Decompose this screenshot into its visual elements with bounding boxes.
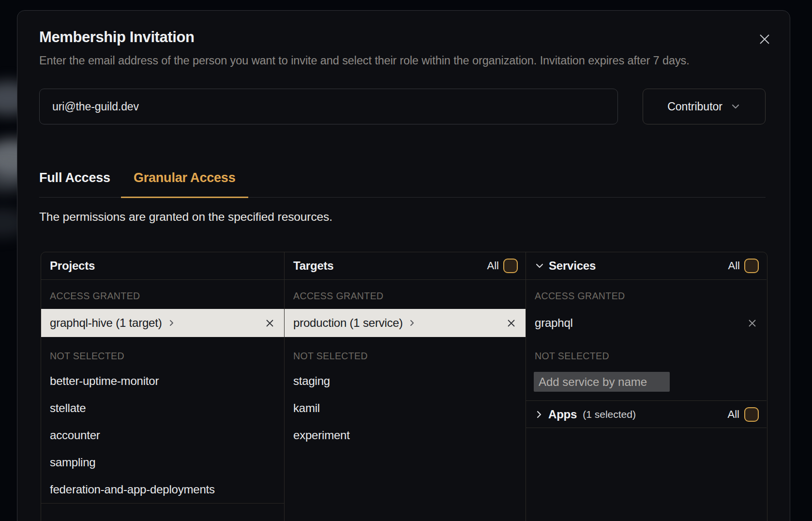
not-selected-label: NOT SELECTED bbox=[293, 351, 526, 362]
chevron-right-icon bbox=[168, 320, 175, 326]
add-service-input[interactable] bbox=[534, 372, 670, 392]
services-column: Services All ACCESS GRANTED graphql NOT … bbox=[526, 252, 767, 521]
close-button[interactable] bbox=[757, 32, 772, 46]
project-row[interactable]: stellate bbox=[41, 395, 284, 422]
tab-granular-access[interactable]: Granular Access bbox=[121, 170, 248, 198]
targets-not-selected-list: staging kamil experiment bbox=[285, 368, 526, 449]
project-row-selected[interactable]: graphql-hive (1 target) bbox=[41, 309, 284, 337]
remove-target-button[interactable] bbox=[507, 319, 516, 328]
project-row[interactable]: better-uptime-monitor bbox=[41, 368, 284, 395]
apps-all-checkbox[interactable] bbox=[744, 407, 759, 422]
remove-service-button[interactable] bbox=[748, 319, 757, 328]
targets-all-label: All bbox=[487, 260, 499, 272]
service-row-granted[interactable]: graphql bbox=[526, 309, 767, 337]
tab-full-access[interactable]: Full Access bbox=[39, 170, 110, 197]
access-granted-label: ACCESS GRANTED bbox=[293, 291, 526, 302]
apps-selected-count: (1 selected) bbox=[583, 409, 636, 420]
project-selected-name: graphql-hive (1 target) bbox=[50, 316, 162, 330]
close-icon bbox=[758, 33, 771, 46]
projects-column: Projects ACCESS GRANTED graphql-hive (1 … bbox=[41, 252, 284, 521]
chevron-right-icon bbox=[535, 410, 543, 419]
target-selected-name: production (1 service) bbox=[293, 316, 403, 330]
targets-all-checkbox[interactable] bbox=[503, 259, 518, 273]
project-row[interactable]: sampling bbox=[41, 449, 284, 476]
chevron-right-icon bbox=[408, 320, 415, 326]
not-selected-label: NOT SELECTED bbox=[535, 351, 767, 362]
services-all-checkbox[interactable] bbox=[744, 259, 759, 273]
projects-not-selected-list: better-uptime-monitor stellate accounter… bbox=[41, 368, 284, 504]
projects-title: Projects bbox=[50, 259, 95, 273]
services-all-label: All bbox=[728, 260, 740, 272]
membership-invitation-modal: Membership Invitation Enter the email ad… bbox=[17, 10, 790, 521]
target-row-selected[interactable]: production (1 service) bbox=[285, 309, 526, 337]
invite-row: Contributor bbox=[39, 89, 766, 124]
project-row[interactable]: federation-and-app-deployments bbox=[41, 476, 284, 503]
chevron-down-icon bbox=[535, 261, 544, 271]
permissions-note: The permissions are granted on the speci… bbox=[39, 210, 766, 224]
projects-header: Projects bbox=[41, 252, 284, 280]
chevron-down-icon bbox=[730, 101, 741, 112]
access-tabs: Full Access Granular Access bbox=[39, 170, 766, 198]
not-selected-label: NOT SELECTED bbox=[50, 351, 284, 362]
apps-all-label: All bbox=[728, 408, 739, 421]
role-select[interactable]: Contributor bbox=[643, 89, 766, 124]
target-row[interactable]: kamil bbox=[285, 395, 526, 422]
apps-section-toggle[interactable]: Apps (1 selected) All bbox=[526, 400, 767, 428]
service-granted-name: graphql bbox=[535, 316, 573, 330]
modal-description: Enter the email address of the person yo… bbox=[39, 52, 751, 69]
modal-title: Membership Invitation bbox=[39, 29, 766, 46]
access-granted-label: ACCESS GRANTED bbox=[535, 291, 767, 302]
targets-title: Targets bbox=[293, 259, 334, 273]
services-title: Services bbox=[549, 259, 596, 273]
access-granted-label: ACCESS GRANTED bbox=[50, 291, 284, 302]
target-row[interactable]: experiment bbox=[285, 422, 526, 449]
services-header[interactable]: Services All bbox=[526, 252, 767, 280]
role-select-value: Contributor bbox=[667, 100, 722, 113]
resource-permissions-table: Projects ACCESS GRANTED graphql-hive (1 … bbox=[41, 252, 767, 521]
targets-column: Targets All ACCESS GRANTED production (1… bbox=[284, 252, 526, 521]
project-row[interactable]: accounter bbox=[41, 422, 284, 449]
section-divider bbox=[41, 503, 284, 504]
email-input[interactable] bbox=[39, 89, 618, 124]
targets-header: Targets All bbox=[285, 252, 526, 280]
apps-title: Apps bbox=[548, 408, 577, 421]
remove-project-button[interactable] bbox=[265, 319, 274, 328]
target-row[interactable]: staging bbox=[285, 368, 526, 395]
